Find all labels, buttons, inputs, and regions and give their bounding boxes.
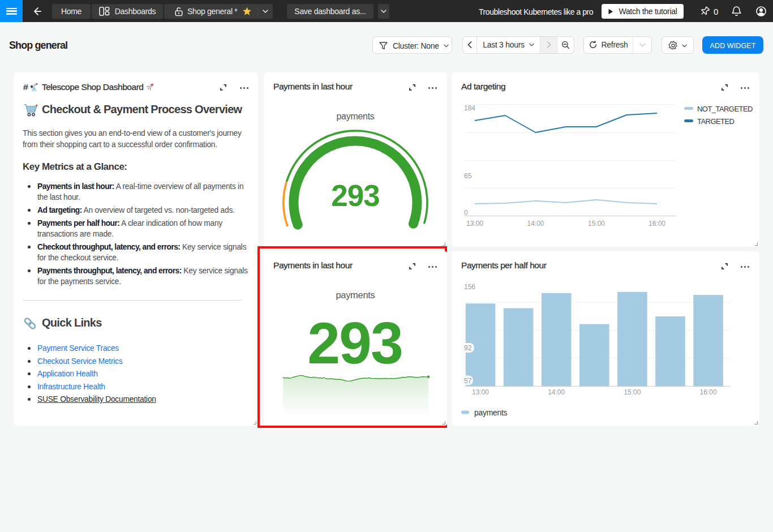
svg-text:13:00: 13:00: [466, 220, 483, 228]
svg-text:13:00: 13:00: [472, 388, 489, 396]
svg-text:57: 57: [464, 377, 472, 385]
svg-text:293: 293: [331, 179, 379, 212]
svg-text:TARGETED: TARGETED: [697, 117, 735, 126]
svg-text:15:00: 15:00: [624, 388, 641, 396]
svg-text:65: 65: [464, 172, 472, 180]
svg-text:15:00: 15:00: [588, 220, 605, 228]
svg-text:NOT_TARGETED: NOT_TARGETED: [697, 105, 753, 113]
svg-text:16:00: 16:00: [700, 388, 717, 396]
svg-text:156: 156: [464, 283, 475, 291]
svg-text:293: 293: [307, 310, 402, 376]
svg-text:14:00: 14:00: [527, 220, 544, 228]
svg-text:payments: payments: [474, 408, 508, 417]
svg-text:184: 184: [464, 104, 475, 112]
svg-text:16:00: 16:00: [649, 220, 665, 228]
svg-text:0: 0: [464, 209, 468, 217]
svg-text:14:00: 14:00: [548, 388, 565, 396]
svg-text:92: 92: [464, 344, 472, 352]
